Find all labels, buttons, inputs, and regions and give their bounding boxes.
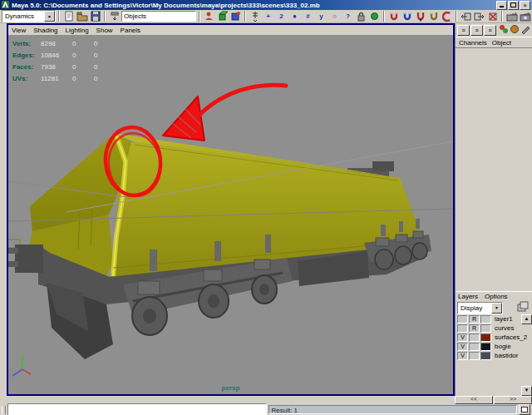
sidebar-icon-row: ≡ ≡ ≡ bbox=[456, 23, 532, 37]
layer-color-swatch[interactable] bbox=[480, 352, 491, 360]
mask-misc-icon[interactable]: ? bbox=[342, 11, 354, 22]
new-scene-icon[interactable] bbox=[62, 11, 75, 22]
mask-surfaces-icon[interactable]: ● bbox=[288, 11, 301, 22]
mask-deformations-icon[interactable]: # bbox=[302, 11, 314, 22]
options-menu[interactable]: Options bbox=[485, 293, 508, 300]
layer-ref-toggle[interactable] bbox=[469, 352, 480, 360]
menuset-value: Dynamics bbox=[2, 12, 44, 20]
mask-curves-icon[interactable]: 2 bbox=[275, 11, 288, 22]
layer-visibility-toggle[interactable] bbox=[457, 315, 468, 324]
layer-editor-menubar: Layers Options bbox=[456, 292, 532, 301]
layer-name[interactable]: curves bbox=[492, 324, 515, 332]
mask-rendering-icon[interactable]: ○ bbox=[328, 11, 341, 22]
command-line-grip[interactable] bbox=[2, 406, 6, 414]
select-object-icon[interactable] bbox=[216, 11, 229, 22]
render-frame-icon[interactable] bbox=[505, 11, 518, 22]
command-line: Result: 1 bbox=[0, 404, 532, 415]
minimize-button[interactable] bbox=[496, 1, 507, 10]
viewport-canvas[interactable]: Verts:829800 Edges:1084600 Faces:793800 … bbox=[8, 35, 453, 394]
back-button[interactable]: << bbox=[455, 396, 493, 404]
layer-visibility-toggle[interactable] bbox=[457, 324, 468, 333]
tab-channels[interactable]: Channels bbox=[459, 39, 487, 47]
layer-ref-toggle[interactable] bbox=[469, 333, 480, 342]
selection-mask-field[interactable] bbox=[121, 11, 196, 22]
sidebar-tabs: Channels Object bbox=[456, 37, 532, 48]
layer-list-scrollbar[interactable]: ▲ ▼ bbox=[521, 314, 531, 394]
hud-label: Edges: bbox=[12, 52, 41, 59]
restore-button[interactable] bbox=[508, 1, 519, 10]
layer-color-swatch[interactable] bbox=[480, 324, 491, 333]
viewport-menu-lighting[interactable]: Lighting bbox=[66, 27, 89, 34]
toolbar-separator bbox=[501, 11, 503, 22]
layer-mode-dropdown[interactable]: Display ▼ bbox=[457, 302, 503, 314]
make-live-icon[interactable] bbox=[441, 11, 453, 22]
pencil-icon[interactable] bbox=[520, 24, 530, 36]
sphere-icon[interactable] bbox=[510, 24, 520, 36]
hud-label: UVs: bbox=[12, 75, 41, 82]
script-editor-button[interactable] bbox=[519, 404, 530, 415]
snap-grid-icon[interactable] bbox=[387, 11, 400, 22]
layer-editor-controls: Display ▼ bbox=[456, 301, 532, 314]
mask-dynamics-icon[interactable]: y bbox=[315, 11, 328, 22]
ipr-render-icon[interactable] bbox=[519, 11, 531, 22]
channel-box-area[interactable] bbox=[456, 48, 532, 294]
snap-curve-icon[interactable] bbox=[401, 11, 413, 22]
toolbar-separator bbox=[244, 11, 246, 22]
output-connections-icon[interactable] bbox=[473, 11, 485, 22]
manipulator-icon[interactable] bbox=[499, 24, 509, 36]
save-scene-icon[interactable] bbox=[89, 11, 101, 22]
selection-mode-icon[interactable] bbox=[108, 11, 121, 22]
construction-history-icon[interactable] bbox=[486, 11, 499, 22]
maya-app-icon bbox=[2, 1, 9, 10]
grid-view-icon[interactable]: ≡ bbox=[484, 25, 496, 36]
layer-color-swatch[interactable] bbox=[480, 343, 491, 351]
layer-color-swatch[interactable] bbox=[480, 315, 491, 324]
mel-command-input[interactable] bbox=[7, 403, 267, 415]
layer-visibility-toggle[interactable]: V bbox=[457, 333, 468, 342]
tab-object[interactable]: Object bbox=[492, 39, 511, 47]
command-result: Result: 1 bbox=[268, 405, 518, 414]
list-view-icon[interactable]: ≡ bbox=[457, 25, 470, 36]
toolbar-separator bbox=[199, 11, 200, 22]
menuset-dropdown[interactable]: Dynamics ▼ bbox=[2, 10, 56, 22]
viewport-menu-panels[interactable]: Panels bbox=[121, 27, 140, 34]
layer-name[interactable]: bogie bbox=[492, 343, 511, 350]
new-layer-icon[interactable] bbox=[517, 301, 530, 314]
layer-ref-toggle[interactable]: R bbox=[469, 324, 480, 333]
select-hierarchy-icon[interactable] bbox=[203, 11, 215, 22]
outline-view-icon[interactable]: ≡ bbox=[470, 25, 483, 36]
snap-point-icon[interactable] bbox=[414, 11, 426, 22]
pane-nav-row: << >> bbox=[455, 396, 532, 404]
forward-button[interactable]: >> bbox=[494, 396, 532, 404]
scroll-up-icon[interactable]: ▲ bbox=[521, 314, 532, 324]
mask-list-icon[interactable] bbox=[249, 11, 261, 22]
mask-points-icon[interactable]: + bbox=[262, 11, 274, 22]
open-scene-icon[interactable] bbox=[76, 11, 88, 22]
layer-ref-toggle[interactable]: R bbox=[469, 315, 480, 324]
chevron-down-icon[interactable]: ▼ bbox=[491, 303, 502, 314]
toolbar-separator bbox=[58, 11, 60, 22]
layer-name[interactable]: layer1 bbox=[492, 315, 513, 323]
input-connections-icon[interactable] bbox=[460, 11, 472, 22]
viewport-menu-shading[interactable]: Shading bbox=[33, 27, 57, 34]
train-3d-scene bbox=[8, 35, 453, 394]
layer-color-swatch[interactable] bbox=[480, 333, 491, 342]
layer-name[interactable]: bastidor bbox=[492, 352, 518, 359]
layer-editor: Layers Options Display ▼ R layer1 bbox=[456, 291, 532, 360]
viewport-menu-show[interactable]: Show bbox=[96, 27, 113, 34]
perspective-viewport-panel[interactable]: View Shading Lighting Show Panels bbox=[7, 23, 455, 396]
viewport-menu-view[interactable]: View bbox=[12, 27, 26, 34]
camera-label: persp bbox=[8, 384, 453, 392]
snap-plane-icon[interactable] bbox=[427, 11, 440, 22]
layers-menu[interactable]: Layers bbox=[458, 293, 478, 300]
scroll-down-icon[interactable]: ▼ bbox=[521, 386, 532, 396]
lock-selection-icon[interactable] bbox=[355, 11, 367, 22]
layer-visibility-toggle[interactable]: V bbox=[457, 352, 468, 360]
highlight-selection-icon[interactable] bbox=[368, 11, 381, 22]
chevron-down-icon[interactable]: ▼ bbox=[44, 11, 55, 22]
close-button[interactable]: × bbox=[520, 1, 530, 10]
layer-visibility-toggle[interactable]: V bbox=[457, 343, 468, 351]
poly-count-hud: Verts:829800 Edges:1084600 Faces:793800 … bbox=[12, 37, 116, 84]
select-component-icon[interactable] bbox=[229, 11, 242, 22]
layer-ref-toggle[interactable] bbox=[469, 343, 480, 351]
